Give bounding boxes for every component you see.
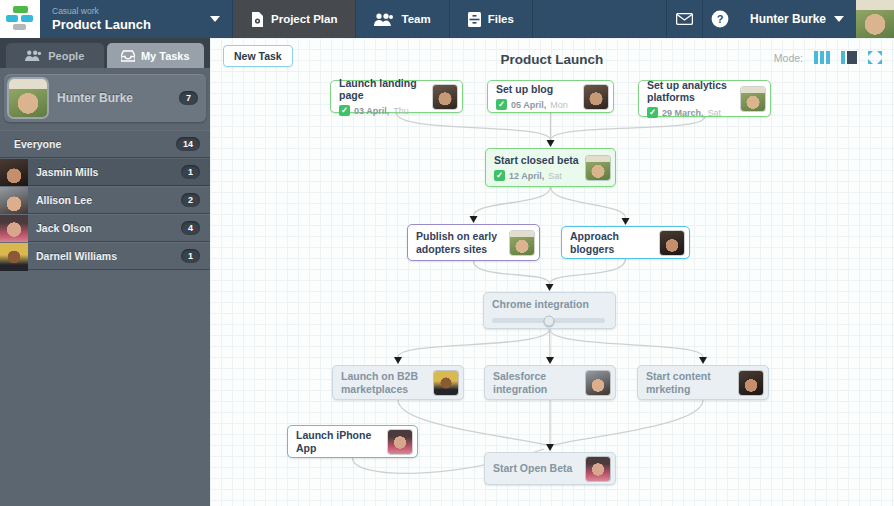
- sidebar-item-allison-lee[interactable]: Allison Lee 2: [0, 186, 210, 214]
- mode-switcher: Mode:: [774, 51, 882, 64]
- mail-button[interactable]: [666, 0, 702, 38]
- sidebar-tab-label: People: [48, 50, 84, 62]
- check-icon[interactable]: ✓: [647, 107, 658, 118]
- chevron-down-icon: [210, 16, 220, 22]
- avatar: [0, 187, 28, 215]
- chevron-down-icon: [834, 16, 844, 22]
- person-name: Everyone: [14, 138, 176, 150]
- sidebar-me-card[interactable]: Hunter Burke 7: [4, 74, 206, 122]
- sidebar-item-jack-olson[interactable]: Jack Olson 4: [0, 214, 210, 242]
- task-node-set-up-analytics[interactable]: Set up analytics platforms ✓ 29 March, S…: [638, 80, 771, 117]
- progress-slider[interactable]: [492, 318, 605, 323]
- assignee-avatar: [510, 231, 534, 255]
- tab-label: Team: [401, 13, 430, 25]
- sidebar-tab-my-tasks[interactable]: My Tasks: [107, 43, 205, 68]
- assignee-avatar: [584, 85, 608, 109]
- check-icon[interactable]: ✓: [496, 99, 507, 110]
- sidebar-tabstrip: People My Tasks: [0, 38, 210, 68]
- task-count-badge: 7: [179, 91, 198, 105]
- person-name: Darnell Williams: [36, 250, 181, 262]
- person-name: Allison Lee: [36, 194, 181, 206]
- task-date: 29 March,: [662, 108, 704, 118]
- person-name: Jack Olson: [36, 222, 181, 234]
- task-node-start-content-marketing[interactable]: Start content mrketing: [637, 365, 769, 400]
- app-logo[interactable]: [0, 0, 40, 38]
- svg-text:?: ?: [717, 13, 724, 25]
- tasks-tray-icon: [121, 50, 135, 62]
- task-count-badge: 2: [181, 193, 200, 207]
- task-day: Sat: [708, 108, 722, 118]
- task-date: 12 April,: [509, 171, 544, 181]
- task-node-set-up-blog[interactable]: Set up blog ✓ 05 April, Mon: [487, 80, 614, 113]
- task-node-chrome-integration[interactable]: Chrome integration: [483, 292, 616, 329]
- fullscreen-icon[interactable]: [868, 51, 882, 64]
- assignee-avatar: [586, 371, 610, 395]
- topbar-tabs: Project Plan Team Files: [232, 0, 533, 38]
- team-icon: [374, 13, 394, 26]
- assignee-avatar: [660, 231, 684, 255]
- app-window: Casual work Product Launch Project Plan …: [0, 0, 894, 506]
- sidebar: People My Tasks Hunter Burke 7 Everyone …: [0, 38, 210, 506]
- task-date: 05 April,: [511, 100, 546, 110]
- progress-slider-handle[interactable]: [543, 315, 554, 326]
- check-icon[interactable]: ✓: [494, 170, 505, 181]
- project-plan-canvas[interactable]: New Task Product Launch Mode: Launch lan…: [210, 38, 894, 506]
- user-avatar[interactable]: [856, 0, 894, 38]
- document-icon: [251, 12, 264, 27]
- columns-view-icon[interactable]: [814, 51, 830, 64]
- assignee-avatar: [434, 371, 458, 395]
- task-node-publish-early-adopters[interactable]: Publish on early adopters sites: [407, 224, 540, 261]
- sidebar-item-jasmin-mills[interactable]: Jasmin Mills 1: [0, 158, 210, 186]
- split-view-icon[interactable]: [841, 51, 857, 64]
- topbar: Casual work Product Launch Project Plan …: [0, 0, 894, 38]
- task-day: Thu: [393, 106, 409, 116]
- task-node-approach-bloggers[interactable]: Approach bloggers: [561, 226, 690, 259]
- task-date: 03 April,: [354, 106, 389, 116]
- casual-logo-icon: [6, 6, 34, 32]
- workspace-label: Casual work: [52, 6, 210, 16]
- tab-label: Project Plan: [271, 13, 337, 25]
- avatar: [0, 243, 28, 271]
- task-count-badge: 1: [181, 165, 200, 179]
- task-count-badge: 14: [176, 137, 200, 151]
- task-day: Sat: [548, 171, 562, 181]
- user-name: Hunter Burke: [750, 12, 826, 26]
- help-icon: ?: [711, 10, 729, 28]
- avatar: [0, 159, 28, 187]
- sidebar-item-darnell-williams[interactable]: Darnell Williams 1: [0, 242, 210, 270]
- tab-label: Files: [488, 13, 514, 25]
- tab-project-plan[interactable]: Project Plan: [233, 0, 356, 38]
- project-selector[interactable]: Casual work Product Launch: [40, 0, 232, 38]
- task-count-badge: 1: [181, 249, 200, 263]
- task-node-launch-landing-page[interactable]: Launch landing page ✓ 03 April, Thu: [330, 80, 463, 113]
- mode-label: Mode:: [774, 52, 803, 64]
- assignee-avatar: [739, 371, 763, 395]
- task-count-badge: 4: [181, 221, 200, 235]
- task-node-start-open-beta[interactable]: Start Open Beta: [484, 452, 616, 485]
- task-node-launch-iphone-app[interactable]: Launch iPhone App: [287, 425, 418, 458]
- task-day: Mon: [550, 100, 568, 110]
- tab-team[interactable]: Team: [356, 0, 449, 38]
- assignee-avatar: [433, 85, 457, 109]
- check-icon[interactable]: ✓: [339, 105, 350, 116]
- sidebar-tab-label: My Tasks: [141, 50, 190, 62]
- project-name: Product Launch: [52, 17, 210, 32]
- sidebar-item-everyone[interactable]: Everyone 14: [0, 130, 210, 158]
- assignee-avatar: [741, 87, 765, 111]
- assignee-avatar: [586, 156, 610, 180]
- avatar: [0, 215, 28, 243]
- help-button[interactable]: ?: [702, 0, 738, 38]
- tab-files[interactable]: Files: [450, 0, 533, 38]
- person-name: Hunter Burke: [57, 91, 169, 105]
- person-name: Jasmin Mills: [36, 166, 181, 178]
- people-icon: [25, 50, 42, 61]
- files-icon: [468, 12, 481, 27]
- mail-icon: [676, 13, 693, 25]
- avatar: [9, 79, 47, 117]
- assignee-avatar: [388, 430, 412, 454]
- task-node-salesforce-integration[interactable]: Salesforce integration: [484, 365, 616, 400]
- task-node-launch-b2b[interactable]: Launch on B2B marketplaces: [332, 365, 464, 400]
- sidebar-tab-people[interactable]: People: [6, 43, 104, 68]
- user-menu[interactable]: Hunter Burke: [738, 0, 856, 38]
- task-node-start-closed-beta[interactable]: Start closed beta ✓ 12 April, Sat: [485, 148, 616, 187]
